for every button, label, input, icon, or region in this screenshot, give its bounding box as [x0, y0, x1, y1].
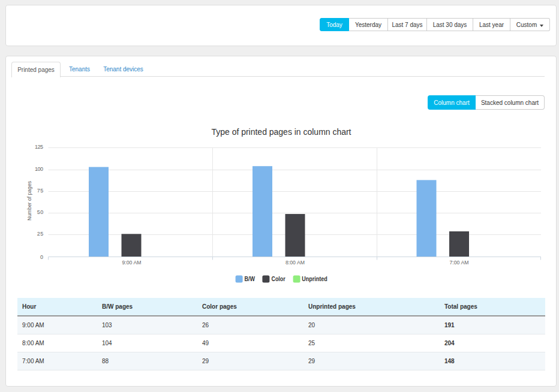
- svg-text:50: 50: [37, 209, 43, 215]
- svg-text:Color: Color: [272, 276, 285, 282]
- svg-text:Type of printed pages in colum: Type of printed pages in column chart: [212, 127, 351, 137]
- svg-text:Number of pages: Number of pages: [26, 181, 32, 221]
- svg-text:100: 100: [35, 166, 43, 172]
- svg-text:7:00 AM: 7:00 AM: [450, 260, 469, 266]
- svg-text:Unprinted: Unprinted: [302, 276, 327, 282]
- svg-text:25: 25: [37, 231, 43, 237]
- svg-text:8:00 AM: 8:00 AM: [285, 260, 305, 266]
- svg-text:0: 0: [40, 254, 43, 260]
- svg-text:B/W: B/W: [244, 276, 255, 282]
- svg-text:125: 125: [35, 144, 43, 150]
- svg-text:75: 75: [37, 188, 43, 194]
- svg-text:9:00 AM: 9:00 AM: [122, 260, 142, 266]
